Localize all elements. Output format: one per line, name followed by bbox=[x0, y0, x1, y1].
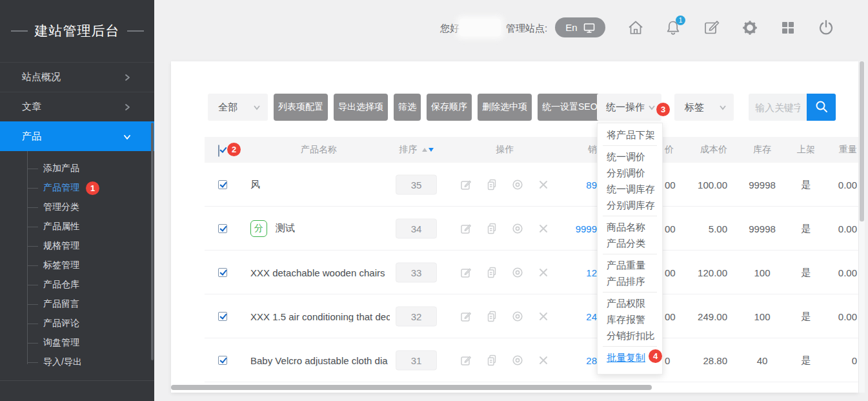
sidebar-subitem[interactable]: 标签管理 bbox=[0, 256, 154, 275]
sales-count-link[interactable]: 24 bbox=[529, 311, 597, 322]
topbar: 您好 管理站点: En 1 bbox=[154, 0, 868, 61]
sidebar-subitem[interactable]: 产品属性 bbox=[0, 217, 154, 236]
batch-operation-label: 统一操作 bbox=[606, 101, 645, 114]
toolbar-button[interactable]: 统一设置SEO bbox=[538, 94, 602, 121]
tag-filter-dropdown[interactable]: 标签 bbox=[674, 94, 734, 121]
sidebar-subitem[interactable]: 导入/导出 bbox=[0, 353, 154, 372]
row-checkbox[interactable] bbox=[218, 356, 227, 365]
sidebar-subitem[interactable]: 产品管理1 bbox=[0, 178, 154, 198]
username-redacted bbox=[459, 19, 501, 36]
cost-price-value: 249.00 bbox=[669, 311, 727, 322]
sort-header-label: 排序 bbox=[399, 144, 418, 156]
edit-icon[interactable] bbox=[459, 178, 472, 191]
toolbar-button[interactable]: 列表项配置 bbox=[274, 94, 328, 121]
logout-power-icon[interactable] bbox=[817, 19, 835, 37]
menu-item[interactable]: 库存报警 bbox=[598, 311, 662, 327]
annotation-badge-4: 4 bbox=[649, 349, 662, 363]
settings-gear-icon[interactable] bbox=[741, 19, 759, 37]
sort-order-input[interactable]: 35 bbox=[396, 174, 437, 194]
view-icon[interactable] bbox=[511, 222, 524, 235]
sort-order-input[interactable]: 33 bbox=[396, 262, 437, 282]
edit-icon[interactable] bbox=[459, 310, 472, 323]
menu-item[interactable]: 产品重量 bbox=[598, 257, 662, 273]
menu-item[interactable]: 分销折扣比 bbox=[598, 327, 662, 344]
row-checkbox[interactable] bbox=[218, 312, 227, 321]
sales-count-link[interactable]: 28 bbox=[529, 355, 597, 365]
edit-icon[interactable] bbox=[459, 354, 472, 367]
stock-value: 100 bbox=[743, 267, 782, 278]
table-row: 分测试349999005.0099998是0.00 bbox=[205, 207, 858, 251]
edit-icon[interactable] bbox=[459, 266, 472, 279]
search-input[interactable] bbox=[749, 94, 807, 121]
column-header-sort[interactable]: 排序 bbox=[396, 144, 437, 156]
toolbar-button[interactable]: 删除选中项 bbox=[478, 94, 532, 121]
copy-icon[interactable] bbox=[485, 310, 498, 323]
toolbar-button[interactable]: 筛选 bbox=[394, 94, 421, 121]
sort-asc-icon[interactable] bbox=[422, 148, 427, 152]
sidebar-subitem-label: 管理分类 bbox=[43, 201, 79, 213]
edit-icon[interactable] bbox=[459, 222, 472, 235]
home-icon[interactable] bbox=[627, 19, 645, 37]
menu-divider bbox=[603, 145, 657, 146]
sidebar-item[interactable]: 文章 bbox=[0, 92, 154, 121]
horizontal-scrollbar[interactable] bbox=[171, 385, 652, 390]
apps-grid-icon[interactable] bbox=[779, 19, 797, 37]
sidebar-item[interactable]: 产品 bbox=[0, 121, 154, 151]
sales-count-link[interactable]: 9999 bbox=[529, 223, 597, 234]
toolbar-button[interactable]: 保存顺序 bbox=[427, 94, 472, 121]
menu-divider bbox=[603, 216, 657, 216]
sidebar-subitem[interactable]: 规格管理 bbox=[0, 236, 154, 256]
menu-item[interactable]: 产品权限 bbox=[598, 295, 662, 311]
language-site-switcher[interactable]: En bbox=[555, 17, 605, 37]
sidebar-subitem[interactable]: 询盘管理 bbox=[0, 333, 154, 353]
sidebar-subitem[interactable]: 管理分类 bbox=[0, 198, 154, 217]
sales-count-link[interactable]: 89 bbox=[529, 179, 597, 190]
view-icon[interactable] bbox=[511, 310, 524, 323]
category-filter-dropdown[interactable]: 全部 bbox=[208, 94, 268, 121]
sort-desc-icon[interactable] bbox=[429, 148, 434, 152]
view-icon[interactable] bbox=[511, 354, 524, 367]
sidebar-subitem[interactable]: 产品评论 bbox=[0, 314, 154, 333]
toolbar-button[interactable]: 导出选择项 bbox=[334, 94, 388, 121]
sort-order-input[interactable]: 34 bbox=[396, 218, 437, 238]
chevron-down-icon bbox=[648, 103, 656, 111]
sidebar-item-label: 产品 bbox=[22, 130, 41, 143]
sidebar-item[interactable]: 站点概况 bbox=[0, 62, 154, 92]
menu-item[interactable]: 产品排序 bbox=[598, 273, 662, 289]
view-icon[interactable] bbox=[511, 266, 524, 279]
sort-order-input[interactable]: 32 bbox=[396, 306, 437, 326]
search-button[interactable] bbox=[807, 94, 836, 121]
menu-item[interactable]: 商品名称 bbox=[598, 219, 662, 235]
copy-icon[interactable] bbox=[485, 354, 498, 367]
stock-value: 99998 bbox=[743, 223, 782, 234]
vertical-scrollbar-thumb[interactable] bbox=[860, 61, 864, 221]
copy-icon[interactable] bbox=[485, 222, 498, 235]
menu-item[interactable]: 将产品下架 bbox=[598, 127, 662, 143]
sidebar-submenu: 添加产品产品管理1管理分类产品属性规格管理标签管理产品仓库产品留言产品评论询盘管… bbox=[0, 151, 154, 372]
notifications-bell-icon[interactable]: 1 bbox=[664, 19, 682, 37]
batch-operation-dropdown[interactable]: 统一操作 bbox=[597, 94, 661, 121]
copy-icon[interactable] bbox=[485, 266, 498, 279]
menu-item[interactable]: 产品分类 bbox=[598, 235, 662, 251]
menu-item[interactable]: 统一调价 bbox=[598, 149, 662, 165]
sidebar-subitem[interactable]: 产品留言 bbox=[0, 294, 154, 314]
sidebar-scrollbar[interactable] bbox=[151, 123, 154, 360]
menu-item[interactable]: 统一调库存 bbox=[598, 181, 662, 197]
row-checkbox[interactable] bbox=[218, 180, 227, 189]
row-checkbox[interactable] bbox=[218, 268, 227, 277]
sidebar-subitem[interactable]: 添加产品 bbox=[0, 159, 154, 178]
view-icon[interactable] bbox=[511, 178, 524, 191]
compose-edit-icon[interactable] bbox=[703, 19, 721, 37]
vertical-scrollbar-track[interactable] bbox=[859, 61, 865, 393]
menu-item[interactable]: 分别调库存 bbox=[598, 197, 662, 213]
sort-order-input[interactable]: 31 bbox=[396, 350, 437, 370]
copy-icon[interactable] bbox=[485, 178, 498, 191]
sidebar-subitem-label: 产品评论 bbox=[43, 318, 79, 329]
sales-count-link[interactable]: 12 bbox=[529, 267, 597, 278]
sidebar-subitem[interactable]: 产品仓库 bbox=[0, 275, 154, 294]
row-checkbox[interactable] bbox=[218, 224, 227, 233]
stock-value: 40 bbox=[743, 355, 782, 365]
menu-item[interactable]: 分别调价 bbox=[598, 165, 662, 181]
product-name: 分测试 bbox=[250, 220, 390, 237]
select-all-checkbox[interactable] bbox=[218, 145, 219, 157]
